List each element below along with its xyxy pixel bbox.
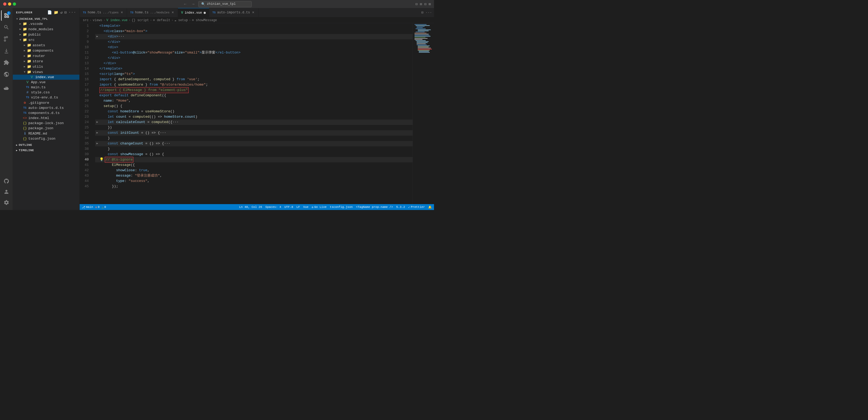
outline-section[interactable]: ▶ OUTLINE (13, 142, 80, 148)
back-button[interactable]: ← (182, 1, 188, 7)
forward-button[interactable]: → (190, 1, 196, 7)
minimize-button[interactable] (8, 2, 11, 6)
tsconfig-label: tsconfig.json (28, 137, 55, 141)
tab-index-vue[interactable]: V index.vue (178, 8, 209, 17)
sidebar-item-gitignore[interactable]: ⚙ .gitignore (13, 100, 80, 105)
sidebar-item-index-vue[interactable]: V index.vue (13, 75, 80, 80)
activity-source-control[interactable] (1, 34, 12, 45)
status-version[interactable]: 5.3.2 (396, 205, 405, 209)
sidebar-item-vite-env[interactable]: TS vite-env.d.ts (13, 95, 80, 100)
breadcrumb-default[interactable]: ⊙ default (153, 18, 170, 22)
sidebar-item-views[interactable]: ▼ 📁 views (13, 69, 80, 75)
sidebar-item-tsconfig[interactable]: {} tsconfig.json (13, 136, 80, 141)
fold-32[interactable]: ▶ (95, 130, 99, 136)
sidebar-item-router[interactable]: ▶ 📁 router (13, 53, 80, 59)
activity-explorer[interactable]: 1 (1, 10, 12, 21)
status-language[interactable]: Vue (303, 205, 308, 209)
sidebar-item-package-json[interactable]: {} package.json (13, 126, 80, 131)
timeline-section[interactable]: ▶ TIMELINE (13, 148, 80, 153)
breadcrumb: src › views › V index.vue › {} script › … (80, 18, 434, 23)
tab-close-1[interactable]: × (120, 10, 123, 15)
breadcrumb-src[interactable]: src (83, 19, 89, 22)
sidebar-item-main-ts[interactable]: TS main.ts (13, 85, 80, 90)
activity-search[interactable] (1, 22, 12, 33)
status-errors[interactable]: ⊗ 0 (95, 205, 99, 209)
activity-docker[interactable] (1, 83, 12, 94)
refresh-icon[interactable]: ↺ (60, 10, 63, 15)
code-content[interactable]: <template> <div class="main-box"> ▶ <div… (93, 23, 413, 204)
more-tabs-icon[interactable]: ··· (426, 11, 432, 15)
breadcrumb-setup[interactable]: ☁ setup (175, 18, 188, 22)
sidebar-item-src[interactable]: ▼ 📁 src (13, 37, 80, 43)
sidebar-item-auto-imports[interactable]: TS auto-imports.d.ts (13, 105, 80, 111)
more-options-icon[interactable]: ··· (68, 10, 76, 15)
sidebar-item-vscode[interactable]: ▶ 📁 .vscode (13, 21, 80, 27)
position-text: Ln 40, Col 26 (239, 205, 262, 209)
sidebar-item-components[interactable]: ▶ 📁 components (13, 48, 80, 53)
status-golive[interactable]: ⊙ Go Live (312, 205, 327, 209)
new-folder-icon[interactable]: 📁 (54, 10, 59, 15)
split-editor-icon[interactable]: ⊟ (422, 10, 424, 15)
sidebar-item-utils[interactable]: ▶ 📁 utils (13, 64, 80, 69)
status-encoding[interactable]: UTF-8 (284, 205, 293, 209)
status-warnings[interactable]: △ 0 (102, 205, 106, 209)
status-notifications[interactable]: 🔔 (428, 205, 432, 209)
status-spaces[interactable]: Spaces: 4 (266, 205, 281, 209)
auto-imports-label: auto-imports.d.ts (28, 106, 64, 110)
activity-extensions[interactable] (1, 57, 12, 68)
lightbulb-icon[interactable]: 💡 (99, 157, 104, 162)
code-line-11: <el-button @click="showMessage" size="sm… (95, 50, 413, 55)
fold-3[interactable]: ▶ (95, 34, 99, 39)
activity-run[interactable] (1, 46, 12, 56)
code-line-16: import { defineComponent, computed } fro… (95, 77, 413, 82)
sidebar-item-node-modules[interactable]: ▶ 📁 node_modules (13, 27, 80, 32)
fold-24[interactable]: ▶ (95, 119, 99, 125)
breadcrumb-script[interactable]: {} script (131, 19, 149, 22)
ln-24: 24 (80, 119, 91, 125)
breadcrumb-showmessage[interactable]: ⊙ showMessage (192, 18, 217, 22)
tab-close-4[interactable]: × (251, 10, 255, 15)
status-line-ending[interactable]: LF (297, 205, 300, 209)
sidebar-item-assets[interactable]: ▶ 📁 assets (13, 43, 80, 48)
breadcrumb-file[interactable]: V index.vue (106, 19, 127, 22)
sidebar-item-readme[interactable]: ℹ README.md (13, 131, 80, 136)
tab-auto-imports[interactable]: TS auto-imports.d.ts × (209, 8, 258, 17)
code-line-34: } (95, 136, 413, 141)
status-prettier[interactable]: ✓ Prettier (408, 205, 425, 209)
sidebar-item-style-css[interactable]: # style.css (13, 90, 80, 95)
css-icon-style: # (25, 90, 30, 94)
new-file-icon[interactable]: 📄 (47, 10, 52, 15)
close-button[interactable] (3, 2, 6, 6)
tab-close-2[interactable]: × (171, 10, 174, 15)
status-tsconfig[interactable]: tsconfig.json (330, 205, 353, 209)
tab-home-types[interactable]: TS home.ts .../types × (80, 8, 127, 17)
project-root[interactable]: ▼ ZHINIAN_VUE_TPL (13, 17, 80, 21)
components-arrow: ▶ (23, 49, 27, 52)
layout-icon-2[interactable]: ⊞ (420, 2, 422, 6)
sidebar-item-store[interactable]: ▶ 📁 store (13, 59, 80, 64)
sidebar-item-package-lock[interactable]: {} package-lock.json (13, 121, 80, 126)
activity-remote[interactable] (1, 69, 12, 80)
search-bar[interactable]: 🔍 zhinian_vue_tpl (198, 1, 252, 7)
ln-12: 12 (80, 55, 91, 61)
layout-icon-3[interactable]: ⊟ (424, 2, 426, 6)
breadcrumb-views[interactable]: views (93, 19, 102, 22)
sidebar-item-components-dts[interactable]: TS components.d.ts (13, 111, 80, 116)
info-icon-readme: ℹ (23, 131, 27, 136)
activity-account[interactable] (1, 187, 12, 197)
collapse-all-icon[interactable]: ⊟ (64, 10, 67, 15)
status-tagname[interactable]: <TagName prop-name /> (356, 205, 393, 209)
sidebar-item-index-html[interactable]: <> index.html (13, 116, 80, 121)
sidebar-item-app-vue[interactable]: V App.vue (13, 80, 80, 85)
status-branch[interactable]: ⎇ main (82, 205, 93, 209)
status-position[interactable]: Ln 40, Col 26 (239, 205, 262, 209)
sidebar-item-public[interactable]: ▶ 📁 public (13, 32, 80, 37)
minimap-line-9 (414, 33, 427, 33)
maximize-button[interactable] (13, 2, 16, 6)
layout-icon-4[interactable]: ⊠ (429, 2, 431, 6)
layout-icon-1[interactable]: ⊟ (415, 2, 417, 6)
tab-home-modules[interactable]: TS home.ts .../modules × (127, 8, 178, 17)
activity-github[interactable] (1, 176, 12, 187)
activity-settings[interactable] (1, 197, 12, 208)
fold-35[interactable]: ▶ (95, 141, 99, 146)
